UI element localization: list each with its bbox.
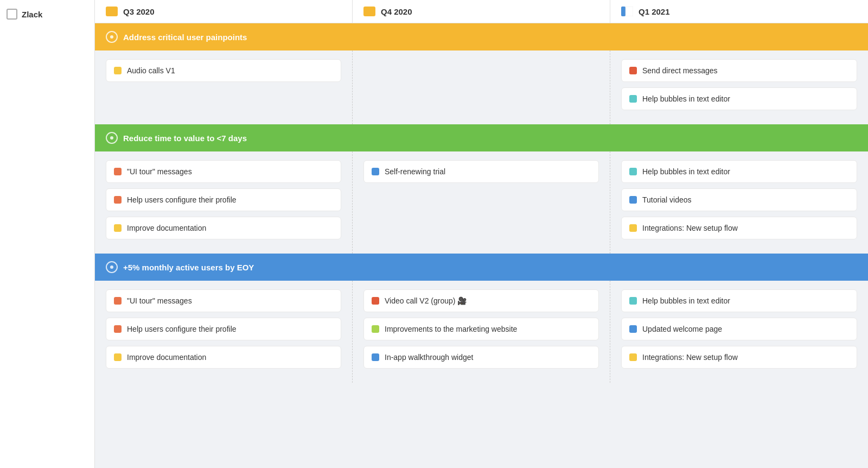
card-text-2-0-2: Improve documentation — [127, 353, 206, 362]
card-2-0-0[interactable]: "UI tour" messages — [106, 289, 341, 312]
objective-icon-0 — [106, 31, 118, 43]
svg-rect-2 — [621, 7, 626, 16]
objective-label-0: Address critical user painpoints — [123, 33, 247, 42]
scroll-area[interactable]: Q3 2020 Q4 2020 Q1 2021 Address critical… — [95, 0, 868, 468]
card-dot-2-2-0 — [629, 297, 637, 305]
card-text-0-2-1: Help bubbles in text editor — [642, 94, 730, 103]
objective-label-1: Reduce time to value to <7 days — [123, 134, 247, 143]
sidebar: Zlack — [0, 0, 95, 468]
card-2-2-1[interactable]: Updated welcome page — [621, 318, 857, 340]
card-text-2-0-1: Help users configure their profile — [127, 325, 237, 333]
card-1-2-0[interactable]: Help bubbles in text editor — [621, 160, 857, 183]
objective-section-1: Reduce time to value to <7 days"UI tour"… — [95, 124, 868, 254]
objective-grid-2: "UI tour" messagesHelp users configure t… — [95, 281, 868, 383]
app-name: Zlack — [22, 10, 42, 19]
card-dot-2-1-0 — [372, 297, 379, 305]
objective-grid-1: "UI tour" messagesHelp users configure t… — [95, 151, 868, 254]
card-dot-1-2-2 — [629, 224, 637, 232]
objective-section-0: Address critical user painpointsAudio ca… — [95, 23, 868, 124]
card-dot-2-1-1 — [372, 325, 379, 333]
card-text-1-1-0: Self-renewing trial — [385, 167, 445, 176]
objectives-container: Address critical user painpointsAudio ca… — [95, 23, 868, 383]
svg-rect-3 — [626, 7, 633, 16]
objective-band-2[interactable]: +5% monthly active users by EOY — [95, 254, 868, 281]
card-text-2-2-1: Updated welcome page — [642, 325, 722, 333]
card-dot-0-2-0 — [629, 67, 637, 74]
main-content: Q3 2020 Q4 2020 Q1 2021 Address critical… — [95, 0, 868, 468]
content-cell-1-1: Self-renewing trial — [353, 151, 610, 254]
objective-icon-1 — [106, 132, 118, 144]
card-1-0-1[interactable]: Help users configure their profile — [106, 188, 341, 211]
card-dot-2-1-2 — [372, 353, 379, 361]
objective-icon-2 — [106, 261, 118, 273]
card-dot-2-2-1 — [629, 325, 637, 333]
app-logo[interactable]: Zlack — [7, 9, 88, 20]
card-dot-2-2-2 — [629, 353, 637, 361]
card-2-2-2[interactable]: Integrations: New setup flow — [621, 346, 857, 369]
card-2-1-2[interactable]: In-app walkthrough widget — [363, 346, 599, 369]
objective-grid-0: Audio calls V1Send direct messagesHelp b… — [95, 50, 868, 124]
card-1-1-0[interactable]: Self-renewing trial — [363, 160, 599, 183]
content-cell-0-0: Audio calls V1 — [95, 50, 353, 124]
card-1-2-1[interactable]: Tutorial videos — [621, 188, 857, 211]
card-text-1-2-1: Tutorial videos — [642, 195, 692, 204]
card-dot-1-0-0 — [114, 168, 122, 175]
card-0-0-0[interactable]: Audio calls V1 — [106, 59, 341, 82]
card-2-0-2[interactable]: Improve documentation — [106, 346, 341, 369]
card-2-0-1[interactable]: Help users configure their profile — [106, 318, 341, 340]
card-dot-1-0-2 — [114, 224, 122, 232]
card-text-1-0-1: Help users configure their profile — [127, 195, 237, 204]
flag-q3-icon — [106, 7, 118, 16]
quarter-q1: Q1 2021 — [610, 0, 868, 23]
card-0-2-1[interactable]: Help bubbles in text editor — [621, 87, 857, 110]
content-cell-0-2: Send direct messagesHelp bubbles in text… — [610, 50, 868, 124]
content-cell-2-2: Help bubbles in text editorUpdated welco… — [610, 281, 868, 383]
quarter-q4-label: Q4 2020 — [381, 7, 412, 16]
card-dot-2-0-1 — [114, 325, 122, 333]
card-1-2-2[interactable]: Integrations: New setup flow — [621, 217, 857, 239]
card-text-0-2-0: Send direct messages — [642, 66, 718, 75]
card-text-2-2-0: Help bubbles in text editor — [642, 296, 730, 305]
quarter-q1-label: Q1 2021 — [639, 7, 670, 16]
objective-band-1[interactable]: Reduce time to value to <7 days — [95, 124, 868, 151]
card-text-1-2-2: Integrations: New setup flow — [642, 224, 738, 232]
card-2-2-0[interactable]: Help bubbles in text editor — [621, 289, 857, 312]
quarter-header-row: Q3 2020 Q4 2020 Q1 2021 — [95, 0, 868, 23]
card-text-1-0-2: Improve documentation — [127, 224, 206, 232]
card-text-2-0-0: "UI tour" messages — [127, 296, 192, 305]
card-dot-2-0-0 — [114, 297, 122, 305]
card-2-1-1[interactable]: Improvements to the marketing website — [363, 318, 599, 340]
card-text-1-2-0: Help bubbles in text editor — [642, 167, 730, 176]
objective-label-2: +5% monthly active users by EOY — [123, 263, 254, 272]
quarter-q3: Q3 2020 — [95, 0, 353, 23]
quarter-q3-label: Q3 2020 — [123, 7, 155, 16]
card-dot-1-2-0 — [629, 168, 637, 175]
flag-q1-icon — [621, 7, 633, 16]
card-text-1-0-0: "UI tour" messages — [127, 167, 192, 176]
card-text-0-0-0: Audio calls V1 — [127, 66, 175, 75]
card-1-0-2[interactable]: Improve documentation — [106, 217, 341, 239]
content-cell-2-0: "UI tour" messagesHelp users configure t… — [95, 281, 353, 383]
content-cell-1-0: "UI tour" messagesHelp users configure t… — [95, 151, 353, 254]
card-dot-1-0-1 — [114, 196, 122, 204]
card-text-2-2-2: Integrations: New setup flow — [642, 353, 738, 362]
card-2-1-0[interactable]: Video call V2 (group) 🎥 — [363, 289, 599, 312]
objective-band-0[interactable]: Address critical user painpoints — [95, 23, 868, 50]
card-text-2-1-1: Improvements to the marketing website — [385, 325, 517, 333]
card-dot-0-0-0 — [114, 67, 122, 74]
card-0-2-0[interactable]: Send direct messages — [621, 59, 857, 82]
svg-rect-1 — [363, 7, 375, 16]
flag-q4-icon — [363, 7, 375, 16]
card-1-0-0[interactable]: "UI tour" messages — [106, 160, 341, 183]
content-cell-1-2: Help bubbles in text editorTutorial vide… — [610, 151, 868, 254]
svg-rect-0 — [106, 7, 118, 16]
card-text-2-1-0: Video call V2 (group) 🎥 — [385, 296, 467, 305]
quarter-q4: Q4 2020 — [353, 0, 610, 23]
objective-section-2: +5% monthly active users by EOY"UI tour"… — [95, 254, 868, 383]
content-cell-0-1 — [353, 50, 610, 124]
card-dot-0-2-1 — [629, 95, 637, 103]
content-cell-2-1: Video call V2 (group) 🎥Improvements to t… — [353, 281, 610, 383]
logo-icon — [7, 9, 17, 20]
card-text-2-1-2: In-app walkthrough widget — [385, 353, 473, 362]
card-dot-1-2-1 — [629, 196, 637, 204]
